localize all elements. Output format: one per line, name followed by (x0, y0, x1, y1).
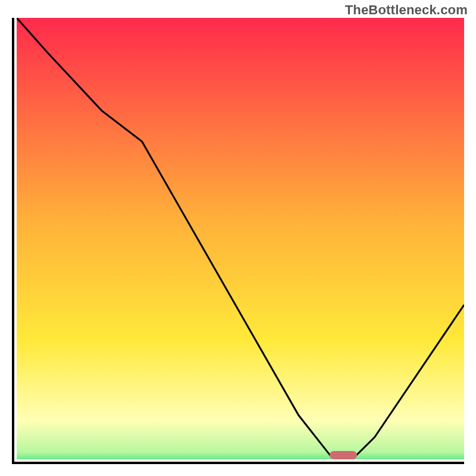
optimal-marker (330, 451, 357, 459)
chart-axes (12, 18, 464, 464)
chart-plot-area (17, 18, 464, 459)
bottleneck-curve (17, 18, 464, 459)
watermark-text: TheBottleneck.com (345, 2, 468, 18)
